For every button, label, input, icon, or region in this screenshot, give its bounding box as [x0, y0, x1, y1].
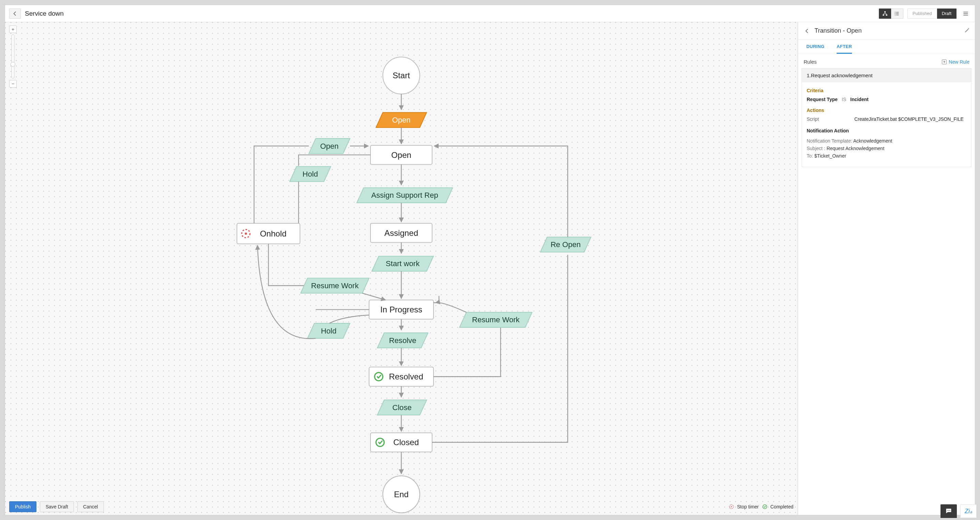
assistant-button[interactable]: Ziₐ [960, 504, 977, 518]
svg-rect-9 [963, 11, 968, 12]
notif-template-row: Notification Template: Acknowledgement [807, 138, 966, 144]
transition-resume-resolved-label: Resume Work [472, 315, 520, 324]
svg-point-23 [950, 510, 950, 511]
svg-rect-11 [963, 14, 968, 15]
workflow-svg: Start Open Open Open Hold [5, 22, 797, 515]
panel-back-button[interactable] [803, 26, 811, 36]
more-menu-button[interactable] [961, 8, 971, 19]
status-draft-button[interactable]: Draft [937, 8, 956, 19]
svg-point-3 [895, 12, 896, 13]
svg-point-7 [895, 14, 896, 15]
chat-button[interactable] [940, 504, 957, 518]
svg-rect-1 [883, 14, 884, 15]
rule-title: 1.Request acknowledgement [802, 68, 971, 82]
side-panel: Transition - Open DURING AFTER Rules + N… [798, 22, 975, 515]
assistant-icon: Ziₐ [965, 507, 972, 515]
rules-label: Rules [803, 59, 816, 65]
edit-icon [964, 27, 970, 33]
sitemap-icon [882, 11, 888, 16]
chat-icon [945, 507, 952, 515]
notif-to-label: To: [807, 153, 815, 159]
notif-template-label: Notification Template: [807, 138, 853, 144]
page-title: Service down [25, 10, 64, 17]
hamburger-icon [963, 11, 969, 17]
node-assigned-label: Assigned [385, 228, 418, 238]
tab-after[interactable]: AFTER [837, 40, 852, 54]
arrow-left-icon [805, 29, 810, 33]
panel-edit-button[interactable] [964, 27, 970, 34]
notif-to-value: $Ticket_Owner [815, 153, 846, 159]
node-resolved-label: Resolved [389, 372, 423, 381]
node-end-label: End [394, 490, 409, 499]
stop-timer-icon [729, 504, 734, 509]
view-diagram-button[interactable] [879, 8, 891, 19]
transition-reopen-label: Re Open [550, 240, 581, 249]
transition-start-work-label: Start work [386, 259, 420, 268]
publish-button[interactable]: Publish [9, 501, 37, 512]
action-value: CreateJiraTicket.bat $COMPLETE_V3_JSON_F… [854, 116, 964, 122]
status-toggle: Published Draft [907, 8, 956, 19]
criteria-operator: IS [842, 97, 846, 102]
zoom-control: + − [9, 25, 17, 87]
panel-title: Transition - Open [815, 27, 862, 34]
actions-label: Actions [807, 108, 966, 113]
notification-action-label: Notification Action [807, 128, 966, 133]
node-closed-label: Closed [393, 438, 419, 447]
node-start-label: Start [393, 71, 410, 80]
svg-point-20 [763, 505, 767, 509]
transition-open-start-label: Open [392, 116, 410, 124]
svg-rect-0 [884, 11, 886, 12]
legend-stop-timer-label: Stop timer [737, 504, 759, 509]
svg-point-19 [731, 506, 732, 507]
status-published-button[interactable]: Published [907, 8, 937, 19]
rule-card[interactable]: 1.Request acknowledgement Criteria Reque… [802, 68, 972, 167]
transition-assign-support-label: Assign Support Rep [371, 191, 438, 200]
svg-rect-6 [896, 13, 899, 14]
new-rule-button[interactable]: + New Rule [942, 59, 969, 65]
zoom-in-button[interactable]: + [9, 25, 17, 33]
svg-rect-8 [896, 14, 899, 15]
svg-point-21 [947, 510, 948, 511]
criteria-field: Request Type [807, 97, 838, 102]
node-onhold-label: Onhold [260, 229, 287, 238]
top-bar: Service down Published Dr [5, 5, 975, 22]
svg-point-5 [895, 13, 896, 14]
action-row: Script CreateJiraTicket.bat $COMPLETE_V3… [807, 116, 966, 122]
transition-hold-inprogress-label: Hold [321, 327, 336, 335]
node-open-label: Open [391, 151, 411, 160]
list-icon [894, 11, 900, 16]
cancel-button[interactable]: Cancel [77, 501, 104, 512]
transition-open-back-label: Open [320, 142, 339, 151]
node-inprogress-label: In Progress [380, 305, 422, 314]
notif-subject-label: Subject : [807, 146, 826, 151]
legend-completed: Completed [762, 504, 794, 509]
arrow-left-icon [13, 11, 18, 16]
action-type-label: Script [807, 116, 854, 122]
transition-hold-open-label: Hold [302, 170, 318, 178]
zoom-out-button[interactable]: − [9, 80, 17, 87]
zoom-thumb[interactable] [11, 62, 15, 67]
save-draft-button[interactable]: Save Draft [40, 501, 74, 512]
criteria-row: Request Type IS Incident [807, 97, 966, 102]
panel-tabs: DURING AFTER [798, 40, 975, 54]
view-list-button[interactable] [891, 8, 904, 19]
notif-template-value: Acknowledgement [853, 138, 892, 144]
notif-to-row: To: $Ticket_Owner [807, 153, 966, 159]
zoom-slider[interactable] [11, 34, 14, 79]
notif-subject-row: Subject : Request Acknowledgement [807, 146, 966, 151]
criteria-value: Incident [850, 97, 869, 102]
plus-icon: + [942, 60, 947, 64]
transition-resolve-label: Resolve [389, 336, 417, 345]
view-toggle [879, 8, 904, 19]
new-rule-label: New Rule [949, 59, 969, 65]
transition-resume-onhold-label: Resume Work [311, 281, 359, 290]
tab-during[interactable]: DURING [807, 40, 824, 54]
canvas-footer: Publish Save Draft Cancel Stop timer [9, 501, 794, 512]
completed-icon [762, 504, 767, 509]
workflow-canvas[interactable]: + − Start Open [5, 22, 798, 515]
back-button[interactable] [9, 8, 21, 19]
legend-stop-timer: Stop timer [729, 504, 759, 509]
transition-close-label: Close [392, 403, 412, 412]
criteria-label: Criteria [807, 88, 966, 93]
notif-subject-value: Request Acknowledgement [826, 146, 884, 151]
